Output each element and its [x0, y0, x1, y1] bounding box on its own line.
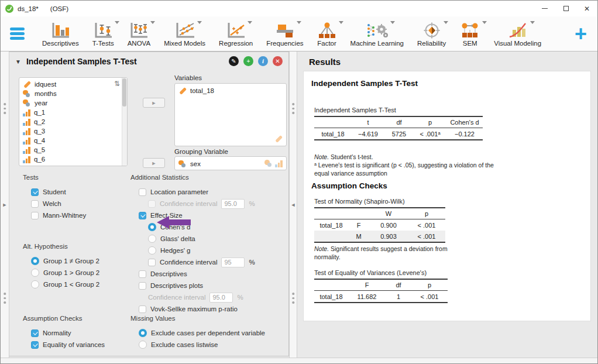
ribbon-regression[interactable]: Regression	[219, 21, 253, 47]
ribbon-frequencies[interactable]: Frequencies	[266, 21, 303, 47]
alt-hypothesis-section: Alt. Hypothesis Group 1 ≠ Group 2 Group …	[23, 243, 99, 290]
dropdown-caret-icon	[115, 21, 119, 24]
data-panel-splitter[interactable]: ►	[1, 51, 9, 358]
splitter-drag-handle[interactable]	[292, 293, 294, 304]
hedges-g-radio[interactable]	[148, 246, 156, 255]
ribbon-mixed-models[interactable]: Mixed Models	[164, 21, 205, 47]
allowed-scale-icon	[274, 135, 283, 143]
ribbon-t-tests[interactable]: T-Tests	[92, 21, 114, 47]
osf-badge: (OSF)	[50, 5, 68, 12]
collapse-analysis-icon[interactable]: ▼	[15, 59, 21, 65]
ribbon-machine-learning[interactable]: Machine Learning	[350, 21, 404, 47]
nominal-icon	[23, 90, 31, 98]
ci-effect-input[interactable]	[221, 257, 245, 267]
sort-variables-icon[interactable]: ⇅	[114, 80, 120, 88]
minimize-button[interactable]	[534, 1, 555, 16]
exclude-per-dependent-radio[interactable]	[139, 329, 147, 337]
ribbon-factor[interactable]: Factor	[317, 21, 337, 47]
ribbon-visual-modeling[interactable]: Visual Modeling	[494, 21, 541, 47]
ribbon-reliability[interactable]: Reliability	[417, 21, 446, 47]
ordinal-icon	[23, 109, 30, 116]
grouping-variable-box[interactable]: sex	[174, 156, 287, 170]
hamburger-menu-icon[interactable]	[10, 28, 25, 40]
location-parameter-checkbox[interactable]	[139, 188, 146, 196]
data-view-handle[interactable]	[1, 358, 597, 363]
t-tests-icon	[93, 21, 113, 39]
less-radio[interactable]	[31, 280, 39, 289]
variables-scrollbar[interactable]	[122, 78, 127, 166]
maximize-button[interactable]	[555, 1, 576, 16]
glass-delta-radio[interactable]	[148, 235, 156, 243]
variable-item[interactable]: months	[19, 89, 127, 98]
variable-item[interactable]: q_2	[19, 117, 127, 126]
ci-location-input[interactable]	[221, 199, 245, 209]
ttest-section-heading[interactable]: Independent Samples T-Test	[311, 79, 418, 88]
mann-whitney-checkbox[interactable]	[31, 212, 39, 219]
available-variables-list[interactable]: idquest months year q_1 q_2 q_3 q_4 q_5 …	[19, 77, 128, 166]
splitter-drag-handle[interactable]	[292, 103, 294, 114]
mixed-models-icon	[174, 21, 195, 39]
two-sided-radio[interactable]	[31, 257, 39, 265]
descriptives-plots-checkbox[interactable]	[139, 282, 146, 290]
right-arrow-icon: ►	[152, 100, 157, 106]
move-to-grouping-button[interactable]: ►	[143, 158, 165, 168]
move-to-variables-button[interactable]: ►	[143, 98, 165, 108]
variable-item[interactable]: idquest	[19, 80, 127, 89]
close-button[interactable]: ✕	[576, 1, 597, 16]
ci-location-checkbox[interactable]	[148, 200, 156, 208]
assumption-checks-heading[interactable]: Assumption Checks	[311, 181, 387, 190]
descriptives-chart-icon	[50, 21, 70, 39]
variable-item[interactable]: q_1	[19, 108, 127, 117]
results-splitter[interactable]: ◄	[289, 51, 297, 358]
descriptives-checkbox[interactable]	[139, 270, 146, 278]
scrollbar-thumb[interactable]	[122, 78, 126, 107]
variable-item[interactable]: q_5	[19, 145, 127, 154]
vovk-sellke-checkbox[interactable]	[139, 305, 146, 313]
ribbon-anova[interactable]: ANOVA	[128, 21, 150, 47]
anova-icon	[129, 21, 149, 39]
greater-radio[interactable]	[31, 269, 39, 277]
additional-statistics-section: Additional Statistics Location parameter…	[130, 174, 287, 315]
exclude-listwise-radio[interactable]	[139, 341, 147, 349]
annotation-arrow-icon	[157, 215, 191, 229]
variable-item[interactable]: q_4	[19, 136, 127, 145]
variables-box[interactable]: total_18	[174, 83, 287, 146]
levene-table-title[interactable]: Test of Equality of Variances (Levene's)	[314, 269, 427, 276]
ci-effect-checkbox[interactable]	[148, 259, 156, 266]
sem-icon	[459, 21, 480, 39]
welch-checkbox[interactable]	[31, 200, 39, 208]
variables-label: Variables	[174, 74, 202, 81]
ribbon-sem[interactable]: SEM	[459, 21, 480, 47]
expand-options-icon[interactable]: ◄	[291, 202, 296, 208]
expand-data-panel-icon[interactable]: ►	[2, 202, 8, 208]
add-analysis-button[interactable]: +	[575, 26, 587, 42]
cohens-d-radio[interactable]	[148, 223, 156, 231]
student-checkbox[interactable]	[31, 188, 39, 196]
edit-title-button[interactable]: ✎	[229, 56, 239, 66]
results-card: Independent Samples T-Test Independent S…	[303, 71, 591, 321]
effect-size-checkbox[interactable]	[139, 212, 146, 219]
dropdown-caret-icon	[530, 21, 535, 24]
normality-checkbox[interactable]	[31, 329, 39, 337]
duplicate-analysis-button[interactable]: +	[243, 56, 253, 66]
ttest-table-title[interactable]: Independent Samples T-Test	[314, 107, 396, 114]
analysis-header[interactable]: ▼ Independent Samples T-Test	[15, 57, 137, 66]
variable-item[interactable]: year	[19, 98, 127, 108]
equality-variances-checkbox[interactable]	[31, 341, 39, 349]
frequencies-icon	[275, 21, 295, 39]
splitter-drag-handle[interactable]	[4, 103, 6, 114]
ordinal-icon	[23, 128, 30, 135]
ribbon-descriptives[interactable]: Descriptives	[42, 21, 79, 47]
info-button[interactable]: i	[258, 56, 268, 66]
assigned-variable[interactable]: total_18	[175, 84, 286, 95]
variable-item[interactable]: q_7	[19, 164, 127, 166]
remove-analysis-button[interactable]: ✕	[273, 56, 283, 66]
grouping-variable-label: Grouping Variable	[174, 148, 228, 155]
results-panel: Results Independent Samples T-Test Indep…	[297, 51, 598, 364]
dropdown-caret-icon	[150, 21, 155, 24]
variable-item[interactable]: q_3	[19, 126, 127, 136]
ci-plots-input[interactable]	[209, 293, 233, 303]
variable-item[interactable]: q_6	[19, 154, 127, 164]
normality-table-title[interactable]: Test of Normality (Shapiro-Wilk)	[314, 198, 405, 205]
splitter-drag-handle[interactable]	[4, 293, 6, 304]
